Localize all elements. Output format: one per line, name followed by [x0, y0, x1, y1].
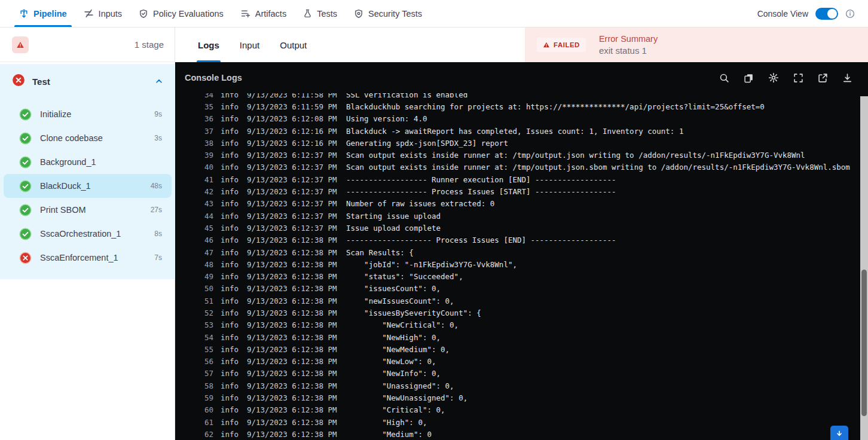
step-row-background-1[interactable]: Background_1 [4, 150, 172, 174]
log-line-number: 55 [199, 345, 213, 354]
log-row: 35info9/13/2023 6:11:59 PMBlackduckhub s… [175, 100, 859, 112]
info-icon[interactable] [845, 9, 855, 19]
console-view-toggle[interactable] [815, 8, 838, 20]
tab-logs[interactable]: Logs [190, 28, 228, 62]
chevron-up-icon[interactable] [155, 77, 163, 85]
step-duration: 48s [151, 182, 162, 190]
log-line-number: 46 [199, 236, 213, 245]
inputs-icon [84, 8, 94, 19]
log-line-number: 58 [199, 381, 213, 390]
log-line-number: 42 [199, 187, 213, 196]
log-message: Using version: 4.0 [346, 114, 427, 123]
log-timestamp: 9/13/2023 6:12:37 PM [247, 199, 346, 208]
log-message: Issue upload complete [346, 224, 441, 233]
failed-badge: FAILED [537, 38, 586, 52]
step-row-print-sbom[interactable]: Print SBOM27s [4, 198, 172, 222]
nav-tab-artifacts[interactable]: Artifacts [232, 0, 295, 27]
log-timestamp: 9/13/2023 6:12:38 PM [247, 345, 346, 354]
check-circle-icon [19, 132, 32, 145]
log-line-number: 61 [199, 418, 213, 427]
log-timestamp: 9/13/2023 6:12:38 PM [247, 405, 346, 414]
log-timestamp: 9/13/2023 6:12:38 PM [247, 284, 346, 293]
log-row: 46info9/13/2023 6:12:38 PM--------------… [175, 234, 859, 246]
toggle-knob [827, 9, 837, 19]
log-message: "NewUnassigned": 0, [346, 393, 467, 402]
nav-tab-inputs[interactable]: Inputs [75, 0, 131, 27]
console-scrollbar[interactable] [860, 96, 868, 440]
tab-output[interactable]: Output [271, 28, 315, 62]
log-line-number: 39 [199, 151, 213, 160]
nav-tabs: PipelineInputsPolicy EvaluationsArtifact… [0, 0, 430, 27]
log-area[interactable]: 34info9/13/2023 6:11:58 PMSSL verificati… [175, 93, 859, 440]
log-timestamp: 9/13/2023 6:12:16 PM [247, 139, 346, 148]
download-icon[interactable] [842, 73, 852, 83]
nav-tab-label: Tests [317, 9, 337, 19]
top-nav: PipelineInputsPolicy EvaluationsArtifact… [0, 0, 868, 28]
log-level: info [221, 430, 240, 439]
tab-input[interactable]: Input [231, 28, 268, 62]
log-message: Number of raw issues extracted: 0 [346, 199, 494, 208]
fullscreen-icon[interactable] [793, 73, 803, 83]
log-timestamp: 9/13/2023 6:12:38 PM [247, 418, 346, 427]
log-level: info [221, 320, 240, 329]
console-title: Console Logs [185, 73, 242, 82]
log-timestamp: 9/13/2023 6:12:38 PM [247, 308, 346, 317]
log-timestamp: 9/13/2023 6:12:38 PM [247, 381, 346, 390]
log-timestamp: 9/13/2023 6:12:37 PM [247, 163, 346, 172]
log-line-number: 51 [199, 297, 213, 305]
log-level: info [221, 151, 240, 160]
open-in-new-icon[interactable] [818, 73, 828, 83]
log-message: "newIssuesCount": 0, [346, 297, 454, 305]
log-line-number: 53 [199, 320, 213, 329]
log-row: 57info9/13/2023 6:12:38 PM "NewInfo": 0, [175, 368, 859, 380]
step-row-sscaorchestration-1[interactable]: SscaOrchestration_18s [4, 222, 172, 246]
settings-icon[interactable] [768, 72, 779, 83]
log-level: info [221, 345, 240, 354]
cross-circle-icon [19, 252, 32, 264]
log-row: 45info9/13/2023 6:12:37 PMIssue upload c… [175, 222, 859, 234]
copy-icon[interactable] [744, 73, 754, 83]
step-row-blackduck-1[interactable]: BlackDuck_148s [4, 174, 172, 198]
tab-label: Logs [198, 40, 219, 50]
log-level: info [221, 418, 240, 427]
step-row-sscaenforcement-1[interactable]: SscaEnforcement_17s [4, 246, 172, 270]
log-timestamp: 9/13/2023 6:12:38 PM [247, 369, 346, 378]
nav-tab-security-tests[interactable]: Security Tests [346, 0, 430, 27]
step-row-initialize[interactable]: Initialize9s [4, 102, 172, 126]
log-line-number: 43 [199, 199, 213, 208]
nav-tab-label: Policy Evaluations [153, 9, 224, 19]
log-row: 39info9/13/2023 6:12:37 PMScan output ex… [175, 149, 859, 161]
scroll-to-bottom-button[interactable] [830, 426, 848, 440]
step-row-clone-codebase[interactable]: Clone codebase3s [4, 126, 172, 150]
console-view-label: Console View [757, 9, 808, 19]
search-icon[interactable] [719, 73, 729, 83]
stage-header[interactable]: Test [0, 64, 175, 99]
log-row: 52info9/13/2023 6:12:38 PM "issuesBySeve… [175, 307, 859, 319]
nav-tab-policy-evaluations[interactable]: Policy Evaluations [130, 0, 232, 27]
log-row: 62info9/13/2023 6:12:38 PM "Medium": 0 [175, 428, 859, 440]
log-timestamp: 9/13/2023 6:12:38 PM [247, 357, 346, 366]
log-level: info [221, 102, 240, 111]
log-message: "NewLow": 0, [346, 357, 436, 366]
nav-tab-tests[interactable]: Tests [295, 0, 346, 27]
log-message: Generating spdx-json[SPDX_23] report [346, 139, 508, 148]
log-timestamp: 9/13/2023 6:12:38 PM [247, 297, 346, 305]
scrollbar-thumb[interactable] [861, 270, 867, 416]
log-tabbar: LogsInputOutput FAILED Error Summary exi… [175, 28, 868, 62]
log-level: info [221, 393, 240, 402]
nav-tab-pipeline[interactable]: Pipeline [11, 0, 75, 27]
error-summary-title: Error Summary [599, 34, 658, 44]
artifacts-icon [240, 8, 250, 19]
log-level: info [221, 381, 240, 390]
log-timestamp: 9/13/2023 6:12:38 PM [247, 236, 346, 245]
pipeline-icon [19, 9, 29, 19]
log-level: info [221, 224, 240, 233]
log-timestamp: 9/13/2023 6:12:38 PM [247, 260, 346, 269]
check-circle-icon [19, 180, 32, 192]
log-row: 59info9/13/2023 6:12:38 PM "NewUnassigne… [175, 392, 859, 404]
log-row: 56info9/13/2023 6:12:38 PM "NewLow": 0, [175, 356, 859, 368]
log-message: "NewHigh": 0, [346, 333, 441, 342]
log-line-number: 35 [199, 102, 213, 111]
security-shield-icon [354, 9, 363, 19]
log-level: info [221, 308, 240, 317]
